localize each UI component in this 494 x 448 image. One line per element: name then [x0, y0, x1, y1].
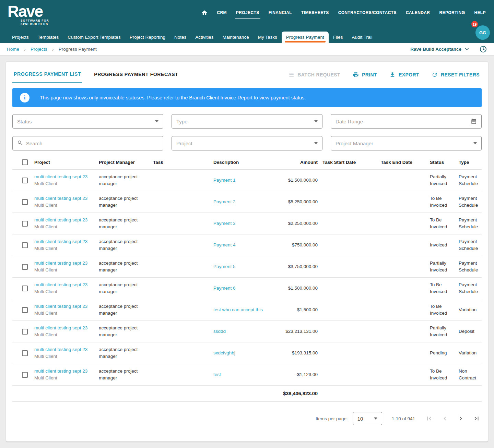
sub-nav-maintenance[interactable]: Maintenance [218, 32, 254, 43]
top-nav-timesheets[interactable]: TIMESHEETS [301, 8, 329, 17]
sub-nav-progress-payment[interactable]: Progress Payment [282, 32, 329, 43]
sub-nav-files[interactable]: Files [329, 32, 348, 43]
amount-cell: $3,750,000.00 [282, 263, 322, 270]
row-checkbox[interactable] [22, 286, 28, 291]
project-cell: multi client testing sept 23Multi Client [34, 368, 99, 382]
workspace-selector[interactable]: Rave Build Acceptance [410, 46, 470, 52]
project-manager-cell: acceptance project manager [99, 238, 153, 252]
tab-progress-payment-list[interactable]: PROGRESS PAYMENT LIST [12, 66, 82, 83]
sub-nav-custom-export-templates[interactable]: Custom Export Templates [63, 32, 125, 43]
search-input[interactable] [26, 141, 158, 146]
project-filter-dropdown[interactable]: Project [172, 136, 322, 150]
description-link[interactable]: Payment 1 [213, 178, 236, 183]
top-nav-contractors-contacts[interactable]: CONTRACTORS/CONTACTS [338, 8, 397, 17]
amount-cell: -$1,123.00 [282, 371, 322, 378]
row-checkbox[interactable] [22, 372, 28, 378]
status-cell: Partially Invoiced [430, 260, 459, 274]
export-button[interactable]: EXPORT [389, 72, 419, 78]
last-page-icon[interactable] [473, 415, 480, 422]
project-link[interactable]: multi client testing sept 23 [34, 368, 87, 374]
row-checkbox[interactable] [22, 264, 28, 270]
user-avatar[interactable]: 19 GG [475, 25, 490, 40]
table-row: multi client testing sept 23Multi Client… [12, 191, 482, 213]
top-nav-calendar[interactable]: CALENDAR [406, 8, 430, 17]
first-page-icon[interactable] [425, 415, 433, 422]
description-link[interactable]: Payment 4 [213, 242, 236, 247]
top-nav-financial[interactable]: FINANCIAL [269, 8, 292, 17]
status-cell: To Be Invoiced [430, 303, 459, 317]
project-link[interactable]: multi client testing sept 23 [34, 261, 87, 266]
sub-nav-projects[interactable]: Projects [8, 32, 33, 43]
sub-nav-label: Templates [38, 35, 59, 40]
top-nav-crm[interactable]: CRM [217, 8, 227, 17]
row-checkbox[interactable] [22, 199, 28, 205]
sub-nav-project-reporting[interactable]: Project Reporting [125, 32, 170, 43]
project-cell: multi client testing sept 23Multi Client [34, 195, 99, 209]
project-link[interactable]: multi client testing sept 23 [34, 282, 87, 287]
row-checkbox[interactable] [22, 178, 28, 183]
description-link[interactable]: Payment 2 [213, 199, 236, 204]
select-all-checkbox[interactable] [22, 159, 28, 165]
sub-nav-my-tasks[interactable]: My Tasks [254, 32, 282, 43]
sub-nav-notes[interactable]: Notes [170, 32, 191, 43]
top-nav-reporting[interactable]: REPORTING [439, 8, 465, 17]
description-cell: test who can accept this [213, 306, 282, 313]
top-nav-projects[interactable]: PROJECTS [236, 8, 259, 17]
status-cell: Pending [430, 350, 459, 356]
row-checkbox[interactable] [22, 242, 28, 248]
description-cell: Payment 1 [213, 177, 282, 184]
print-button[interactable]: PRINT [353, 72, 377, 78]
date-range-filter[interactable]: Date Range [331, 114, 482, 129]
active-tab-underline [285, 41, 326, 43]
batch-request-button[interactable]: BATCH REQUEST [288, 72, 340, 78]
breadcrumb-projects[interactable]: Projects [31, 47, 47, 52]
type-cell: Payment Schedule [459, 238, 482, 252]
project-link[interactable]: multi client testing sept 23 [34, 325, 87, 330]
description-link[interactable]: Payment 6 [213, 286, 236, 291]
sub-nav-templates[interactable]: Templates [33, 32, 63, 43]
logo-tagline: SOFTWARE FOR KIWI BUILDERS [21, 19, 49, 26]
sub-nav-label: Files [333, 35, 343, 40]
project-link[interactable]: multi client testing sept 23 [34, 347, 87, 352]
breadcrumb-separator-icon: › [24, 46, 26, 52]
previous-page-icon[interactable] [441, 415, 449, 422]
row-checkbox[interactable] [22, 329, 28, 335]
project-manager-cell: acceptance project manager [99, 173, 153, 187]
history-clock-icon[interactable] [479, 45, 487, 53]
project-manager-filter-dropdown[interactable]: Project Manager [331, 136, 482, 150]
dropdown-arrow-icon [473, 142, 477, 144]
project-link[interactable]: multi client testing sept 23 [34, 304, 87, 309]
tabs-row: PROGRESS PAYMENT LIST PROGRESS PAYMENT F… [12, 66, 482, 83]
project-link[interactable]: multi client testing sept 23 [34, 217, 87, 222]
info-banner: i This page now shows only invoiceable s… [12, 88, 482, 107]
sub-nav-activities[interactable]: Activities [191, 32, 218, 43]
description-link[interactable]: sxdcfvghbj [213, 350, 235, 355]
project-link[interactable]: multi client testing sept 23 [34, 196, 87, 201]
row-checkbox-cell [12, 178, 34, 183]
tab-progress-payment-forecast[interactable]: PROGRESS PAYMENT FORECAST [93, 67, 179, 82]
top-nav-help[interactable]: HELP [474, 8, 486, 17]
search-field[interactable] [12, 136, 163, 150]
description-link[interactable]: Payment 5 [213, 264, 236, 269]
status-filter-dropdown[interactable]: Status [12, 114, 163, 129]
search-icon [17, 140, 23, 147]
amount-cell: $23,213,131.00 [282, 328, 322, 335]
row-checkbox[interactable] [22, 221, 28, 227]
rave-logo[interactable]: Rave SOFTWARE FOR KIWI BUILDERS [8, 3, 49, 32]
row-checkbox[interactable] [22, 350, 28, 356]
type-filter-dropdown[interactable]: Type [172, 114, 322, 129]
breadcrumb-home[interactable]: Home [7, 47, 19, 52]
reset-filters-button[interactable]: RESET FILTERS [432, 72, 480, 78]
next-page-icon[interactable] [457, 415, 464, 422]
description-link[interactable]: test [213, 372, 221, 377]
description-link[interactable]: test who can accept this [213, 307, 263, 312]
client-name: Multi Client [34, 310, 96, 317]
project-link[interactable]: multi client testing sept 23 [34, 239, 87, 244]
project-link[interactable]: multi client testing sept 23 [34, 174, 87, 179]
description-link[interactable]: ssddd [213, 329, 226, 334]
sub-nav-audit-trail[interactable]: Audit Trail [347, 32, 377, 43]
description-link[interactable]: Payment 3 [213, 221, 236, 226]
row-checkbox[interactable] [22, 307, 28, 313]
home-icon[interactable] [201, 10, 208, 16]
items-per-page-select[interactable]: 10 [353, 412, 382, 425]
